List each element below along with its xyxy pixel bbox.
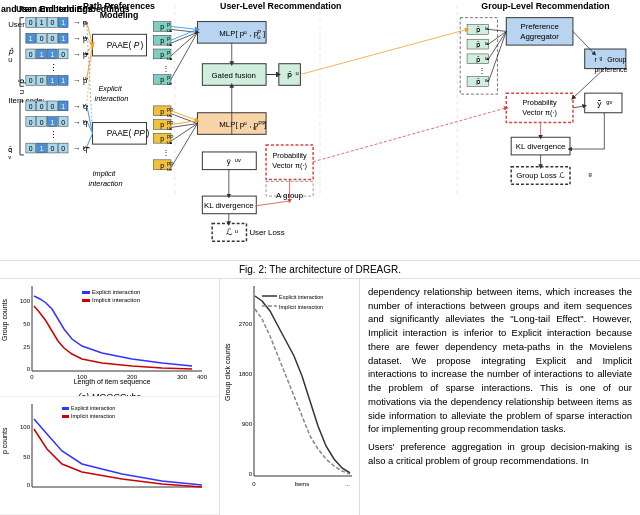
- svg-text:g: g: [589, 171, 592, 177]
- svg-text:0: 0: [61, 119, 65, 126]
- svg-text:PAAE(: PAAE(: [107, 40, 132, 50]
- svg-rect-226: [585, 93, 622, 113]
- svg-text:p counts: p counts: [2, 427, 9, 454]
- svg-text:0: 0: [27, 366, 31, 372]
- svg-text:1: 1: [50, 77, 54, 84]
- svg-text:vₘ: vₘ: [83, 144, 90, 150]
- svg-text:1: 1: [50, 51, 54, 58]
- svg-text:0: 0: [29, 103, 33, 110]
- page-container: User and Item Embeddings User and Item E…: [0, 0, 640, 515]
- svg-text:300: 300: [177, 374, 188, 380]
- svg-text:Explicit interaction: Explicit interaction: [279, 294, 323, 300]
- svg-text:1: 1: [40, 19, 44, 26]
- svg-text:⋮: ⋮: [478, 66, 486, 75]
- svg-text:⋮: ⋮: [162, 64, 170, 73]
- svg-text:u₁: u₁: [485, 26, 490, 31]
- svg-text:50: 50: [23, 321, 30, 327]
- svg-text:p: p: [160, 76, 164, 84]
- svg-text:p: p: [160, 37, 164, 45]
- diagram-area: User and Item Embeddings User and Item E…: [0, 0, 640, 261]
- movielens-chart: Group click counts 0 900 1800 2700 0 Ite…: [220, 279, 359, 515]
- svg-text:50: 50: [23, 454, 30, 460]
- svg-text:ŷ: ŷ: [227, 157, 231, 166]
- svg-rect-272: [62, 415, 69, 418]
- svg-text:Gated fusion: Gated fusion: [212, 71, 256, 80]
- svg-text:1: 1: [40, 51, 44, 58]
- svg-text:uv: uv: [235, 157, 241, 163]
- figure-caption: Fig. 2: The architecture of DREAGR.: [0, 261, 640, 279]
- svg-text:Group Loss ℒ: Group Loss ℒ: [516, 171, 565, 180]
- svg-text:Probability: Probability: [272, 151, 307, 160]
- svg-text:1: 1: [29, 35, 33, 42]
- svg-text:p̂: p̂: [287, 70, 292, 79]
- svg-text:0: 0: [50, 145, 54, 152]
- svg-text:Explicit interaction: Explicit interaction: [71, 405, 115, 411]
- paragraph-1: dependency relationship between items, w…: [368, 285, 632, 436]
- svg-text:u: u: [253, 125, 256, 131]
- svg-text:uₙ: uₙ: [167, 81, 172, 86]
- svg-text:200: 200: [127, 374, 138, 380]
- svg-text:0: 0: [29, 145, 33, 152]
- text-column: dependency relationship between items, w…: [360, 279, 640, 515]
- svg-text:p: p: [160, 23, 164, 31]
- svg-text:25: 25: [23, 344, 30, 350]
- svg-text:): ): [146, 128, 149, 138]
- svg-text:Group click counts: Group click counts: [224, 343, 232, 401]
- svg-text:KL divergence: KL divergence: [516, 142, 566, 151]
- svg-text:u₃: u₃: [167, 56, 172, 61]
- svg-text:PP: PP: [134, 128, 146, 138]
- svg-text:PAAE(: PAAE(: [107, 128, 132, 138]
- svg-text:u: u: [257, 34, 260, 40]
- svg-text:Group counts: Group counts: [2, 298, 9, 341]
- svg-text:Explicit: Explicit: [98, 84, 122, 93]
- svg-text:0: 0: [249, 471, 253, 477]
- svg-text:MLP[ p: MLP[ p: [219, 29, 244, 38]
- svg-rect-265: [82, 299, 90, 302]
- svg-text:p: p: [160, 51, 164, 59]
- svg-text:1: 1: [61, 77, 65, 84]
- svg-text:1: 1: [40, 145, 44, 152]
- paragraph-2: Users' preference aggregation in group d…: [368, 440, 632, 468]
- svg-text:⋮: ⋮: [49, 63, 58, 73]
- svg-text:0: 0: [27, 482, 31, 488]
- svg-text:Group: Group: [607, 56, 626, 64]
- svg-text:0: 0: [40, 119, 44, 126]
- svg-text:0: 0: [61, 145, 65, 152]
- svg-text:Group-Level Recommendation: Group-Level Recommendation: [481, 1, 609, 11]
- svg-text:User Loss: User Loss: [249, 228, 284, 237]
- svg-text:0: 0: [29, 51, 33, 58]
- svg-text:p: p: [160, 135, 164, 143]
- movielens-chart-col: Group click counts 0 900 1800 2700 0 Ite…: [220, 279, 360, 515]
- svg-text:100: 100: [20, 424, 31, 430]
- svg-text:u: u: [235, 228, 238, 234]
- svg-text:u: u: [244, 29, 247, 35]
- svg-text:interaction: interaction: [89, 179, 123, 188]
- svg-text:0: 0: [252, 481, 256, 487]
- svg-text:gv: gv: [606, 99, 612, 105]
- svg-text:Modeling: Modeling: [100, 10, 139, 20]
- svg-text:0: 0: [50, 35, 54, 42]
- svg-text:Implicit interaction: Implicit interaction: [279, 304, 323, 310]
- svg-text:Aggregator: Aggregator: [520, 32, 559, 41]
- bottom-area: Group counts Length of item sequence 0 2…: [0, 279, 640, 515]
- architecture-diagram: User and Item Embeddings User and Item E…: [0, 0, 640, 260]
- svg-text:interaction: interaction: [95, 94, 129, 103]
- svg-text:u: u: [244, 120, 247, 126]
- svg-text:0: 0: [40, 77, 44, 84]
- svg-text:1: 1: [61, 35, 65, 42]
- svg-text:Items: Items: [295, 481, 310, 487]
- svg-text:P: P: [134, 40, 140, 50]
- svg-text:0: 0: [30, 374, 34, 380]
- svg-text:⋮: ⋮: [162, 148, 170, 157]
- svg-text:0: 0: [50, 19, 54, 26]
- svg-text:p: p: [160, 108, 164, 116]
- svg-text:400: 400: [197, 374, 208, 380]
- svg-text:v: v: [8, 154, 11, 160]
- svg-text:Implicit interaction: Implicit interaction: [92, 297, 140, 303]
- svg-rect-270: [62, 407, 69, 410]
- svg-text:0: 0: [40, 35, 44, 42]
- svg-text:Vector π(·): Vector π(·): [272, 161, 307, 170]
- svg-text:100: 100: [20, 298, 31, 304]
- svg-text:KL divergence: KL divergence: [204, 201, 254, 210]
- svg-text:p: p: [160, 162, 164, 170]
